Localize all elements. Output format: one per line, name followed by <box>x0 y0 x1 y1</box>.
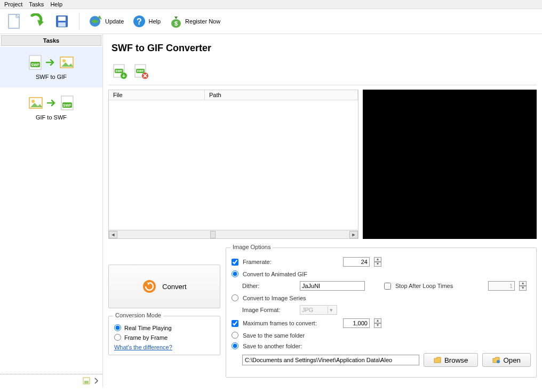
svg-point-13 <box>62 59 66 62</box>
svg-text:?: ? <box>137 17 142 26</box>
image-options-group: Image Options Framerate: ▲▼ Convert to A… <box>226 247 537 378</box>
realtime-radio[interactable] <box>114 324 121 331</box>
svg-text:SWF: SWF <box>115 69 123 73</box>
realtime-label: Real Time Playing <box>124 325 172 331</box>
save-another-radio[interactable] <box>232 342 238 349</box>
svg-point-31 <box>497 360 500 363</box>
stoploop-input <box>488 281 515 291</box>
page-icon[interactable] <box>82 377 91 385</box>
file-list-body <box>109 100 358 230</box>
framerate-input[interactable] <box>343 257 370 267</box>
scroll-left-icon[interactable]: ◄ <box>109 231 117 238</box>
framerate-label: Framerate: <box>243 259 339 265</box>
svg-text:SWF: SWF <box>137 69 144 73</box>
help-label: Help <box>148 18 161 25</box>
image-series-radio[interactable] <box>232 294 238 301</box>
image-format-select: JPG ▾ <box>300 305 337 315</box>
save-another-label: Save to another folder: <box>243 343 302 349</box>
output-path-input[interactable] <box>242 355 419 365</box>
maxframes-label: Maximum frames to convert: <box>243 320 339 326</box>
browse-button[interactable]: Browse <box>424 353 478 367</box>
save-same-label: Save to the same folder <box>243 332 305 339</box>
image-icon <box>28 97 43 109</box>
task-label: GIF to SWF <box>0 114 102 121</box>
svg-rect-20 <box>84 381 89 383</box>
page-title: SWF to GIF Converter <box>111 43 533 54</box>
conversion-mode-group: Conversion Mode Real Time Playing Frame … <box>108 316 220 355</box>
register-label: Register Now <box>185 18 220 25</box>
register-button[interactable]: $ Register Now <box>166 12 224 30</box>
remove-file-button[interactable]: SWF <box>133 63 149 79</box>
svg-rect-2 <box>58 17 66 21</box>
conversion-mode-legend: Conversion Mode <box>113 312 163 318</box>
menu-help[interactable]: Help <box>50 1 62 7</box>
framerate-checkbox[interactable] <box>232 259 238 266</box>
task-swf-to-gif[interactable]: SWF SWF to GIF <box>0 47 102 87</box>
maxframes-input[interactable] <box>343 318 370 328</box>
tasks-header: Tasks <box>1 35 101 46</box>
svg-point-30 <box>143 280 156 293</box>
swf-file-icon: SWF <box>60 95 74 111</box>
framebyframe-radio[interactable] <box>114 334 121 341</box>
dither-label: Dither: <box>242 283 296 289</box>
dither-input[interactable] <box>300 281 365 291</box>
horizontal-scrollbar[interactable]: ◄ ► <box>109 230 358 238</box>
image-series-label: Convert to Image Series <box>243 295 306 301</box>
svg-text:$: $ <box>174 20 178 27</box>
arrow-right-icon <box>46 99 57 107</box>
animated-gif-radio[interactable] <box>232 270 238 277</box>
save-same-radio[interactable] <box>232 332 238 339</box>
open-arrow-icon <box>30 13 46 29</box>
animated-gif-label: Convert to Animated GIF <box>243 271 307 277</box>
menu-project[interactable]: Project <box>4 1 22 7</box>
menu-tasks[interactable]: Tasks <box>29 1 44 7</box>
image-icon <box>59 56 74 69</box>
stoploop-label: Stop After Loop Times <box>395 283 453 289</box>
folder-open-icon <box>492 357 500 363</box>
convert-button[interactable]: Convert <box>108 265 220 308</box>
svg-text:SWF: SWF <box>63 103 71 107</box>
col-path[interactable]: Path <box>205 90 358 100</box>
difference-link[interactable]: What's the difference? <box>114 344 172 350</box>
scroll-right-icon[interactable]: ► <box>349 231 358 238</box>
update-button[interactable]: Update <box>86 12 127 30</box>
new-project-button[interactable] <box>3 11 25 31</box>
save-icon <box>54 14 69 29</box>
swf-file-icon: SWF <box>28 54 42 70</box>
svg-point-15 <box>31 100 35 103</box>
chevron-right-icon[interactable] <box>94 377 99 385</box>
task-label: SWF to GIF <box>0 74 102 80</box>
help-icon: ? <box>132 14 146 28</box>
chevron-down-icon: ▾ <box>328 306 335 314</box>
svg-text:+: + <box>122 73 125 79</box>
toolbar-separator <box>79 13 79 30</box>
convert-label: Convert <box>162 283 187 291</box>
open-project-button[interactable] <box>27 11 49 31</box>
stoploop-checkbox[interactable] <box>384 283 391 290</box>
stoploop-spinner: ▲▼ <box>519 281 527 291</box>
globe-arrow-icon <box>89 14 103 28</box>
save-button[interactable] <box>51 12 73 31</box>
arrow-right-icon <box>45 58 56 67</box>
add-file-button[interactable]: SWF+ <box>111 63 127 79</box>
svg-text:SWF: SWF <box>31 63 39 67</box>
new-file-icon <box>6 13 21 29</box>
maxframes-checkbox[interactable] <box>232 320 238 327</box>
image-options-legend: Image Options <box>230 244 273 250</box>
preview-panel <box>363 90 537 239</box>
money-bag-icon: $ <box>169 14 183 28</box>
framerate-spinner[interactable]: ▲▼ <box>374 257 381 267</box>
folder-icon <box>434 357 441 363</box>
file-list[interactable]: File Path ◄ ► <box>108 90 358 239</box>
open-button[interactable]: Open <box>482 353 531 367</box>
help-button[interactable]: ? Help <box>129 12 164 30</box>
framebyframe-label: Frame by Frame <box>124 334 168 341</box>
col-file[interactable]: File <box>109 90 205 100</box>
update-label: Update <box>105 18 124 25</box>
svg-rect-3 <box>58 22 66 27</box>
image-format-label: Image Format: <box>242 307 296 313</box>
convert-icon <box>142 279 157 294</box>
maxframes-spinner[interactable]: ▲▼ <box>374 318 381 328</box>
task-gif-to-swf[interactable]: SWF GIF to SWF <box>0 87 102 128</box>
